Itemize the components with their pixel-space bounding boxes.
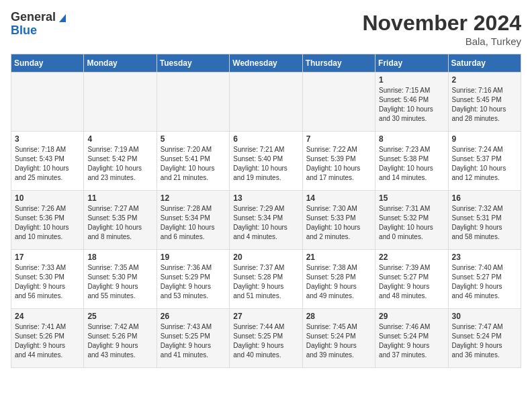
day-info: Sunrise: 7:42 AM Sunset: 5:26 PM Dayligh… — [87, 322, 152, 360]
day-info: Sunrise: 7:26 AM Sunset: 5:36 PM Dayligh… — [15, 204, 80, 242]
day-info: Sunrise: 7:39 AM Sunset: 5:27 PM Dayligh… — [379, 263, 444, 301]
day-number: 15 — [379, 193, 444, 203]
day-number: 1 — [379, 75, 444, 85]
day-number: 18 — [87, 253, 152, 262]
calendar-cell: 30Sunrise: 7:47 AM Sunset: 5:24 PM Dayli… — [448, 309, 521, 368]
day-number: 24 — [15, 312, 80, 321]
day-number: 20 — [233, 253, 298, 262]
day-info: Sunrise: 7:38 AM Sunset: 5:28 PM Dayligh… — [306, 263, 371, 301]
calendar-header: SundayMondayTuesdayWednesdayThursdayFrid… — [11, 54, 521, 73]
day-info: Sunrise: 7:22 AM Sunset: 5:39 PM Dayligh… — [306, 145, 371, 183]
day-number: 19 — [161, 253, 226, 262]
calendar-cell: 25Sunrise: 7:42 AM Sunset: 5:26 PM Dayli… — [84, 309, 157, 368]
day-info: Sunrise: 7:40 AM Sunset: 5:27 PM Dayligh… — [452, 263, 517, 301]
day-info: Sunrise: 7:45 AM Sunset: 5:24 PM Dayligh… — [306, 322, 371, 360]
calendar-cell — [11, 73, 84, 132]
day-info: Sunrise: 7:43 AM Sunset: 5:25 PM Dayligh… — [161, 322, 226, 360]
day-info: Sunrise: 7:47 AM Sunset: 5:24 PM Dayligh… — [452, 322, 517, 360]
day-info: Sunrise: 7:36 AM Sunset: 5:29 PM Dayligh… — [161, 263, 226, 301]
day-number: 11 — [87, 193, 152, 203]
day-number: 4 — [87, 134, 152, 144]
calendar-cell: 19Sunrise: 7:36 AM Sunset: 5:29 PM Dayli… — [157, 250, 229, 309]
day-number: 14 — [306, 193, 371, 203]
day-info: Sunrise: 7:44 AM Sunset: 5:25 PM Dayligh… — [233, 322, 298, 360]
logo-general-text: General — [11, 11, 56, 24]
day-number: 16 — [452, 193, 517, 203]
week-row-2: 10Sunrise: 7:26 AM Sunset: 5:36 PM Dayli… — [11, 191, 521, 250]
month-title: November 2024 — [362, 11, 521, 36]
day-info: Sunrise: 7:27 AM Sunset: 5:35 PM Dayligh… — [87, 204, 152, 242]
day-number: 27 — [233, 312, 298, 321]
day-number: 7 — [306, 134, 371, 144]
header-day-tuesday: Tuesday — [157, 54, 229, 73]
header-day-monday: Monday — [84, 54, 157, 73]
calendar-cell: 24Sunrise: 7:41 AM Sunset: 5:26 PM Dayli… — [11, 309, 84, 368]
page-header: General Blue November 2024 Bala, Turkey — [11, 11, 521, 47]
header-day-saturday: Saturday — [448, 54, 521, 73]
calendar-cell: 20Sunrise: 7:37 AM Sunset: 5:28 PM Dayli… — [230, 250, 302, 309]
logo-triangle-icon — [56, 11, 69, 24]
day-number: 9 — [452, 134, 517, 144]
calendar-cell — [157, 73, 229, 132]
logo-blue-text: Blue — [11, 24, 37, 38]
day-number: 17 — [15, 253, 80, 262]
calendar-cell: 18Sunrise: 7:35 AM Sunset: 5:30 PM Dayli… — [84, 250, 157, 309]
calendar-cell: 1Sunrise: 7:15 AM Sunset: 5:46 PM Daylig… — [375, 73, 448, 132]
day-number: 8 — [379, 134, 444, 144]
day-info: Sunrise: 7:41 AM Sunset: 5:26 PM Dayligh… — [15, 322, 80, 360]
logo: General Blue — [11, 11, 69, 38]
week-row-3: 17Sunrise: 7:33 AM Sunset: 5:30 PM Dayli… — [11, 250, 521, 309]
calendar-cell — [302, 73, 375, 132]
week-row-1: 3Sunrise: 7:18 AM Sunset: 5:43 PM Daylig… — [11, 132, 521, 191]
calendar-cell: 11Sunrise: 7:27 AM Sunset: 5:35 PM Dayli… — [84, 191, 157, 250]
week-row-4: 24Sunrise: 7:41 AM Sunset: 5:26 PM Dayli… — [11, 309, 521, 368]
calendar-cell: 17Sunrise: 7:33 AM Sunset: 5:30 PM Dayli… — [11, 250, 84, 309]
day-number: 3 — [15, 134, 80, 144]
day-number: 23 — [452, 253, 517, 262]
day-number: 13 — [233, 193, 298, 203]
day-info: Sunrise: 7:28 AM Sunset: 5:34 PM Dayligh… — [161, 204, 226, 242]
day-info: Sunrise: 7:21 AM Sunset: 5:40 PM Dayligh… — [233, 145, 298, 183]
svg-marker-0 — [59, 14, 66, 22]
day-number: 25 — [87, 312, 152, 321]
calendar-cell: 28Sunrise: 7:45 AM Sunset: 5:24 PM Dayli… — [302, 309, 375, 368]
day-info: Sunrise: 7:33 AM Sunset: 5:30 PM Dayligh… — [15, 263, 80, 301]
calendar-cell — [84, 73, 157, 132]
calendar-table: SundayMondayTuesdayWednesdayThursdayFrid… — [11, 54, 521, 368]
header-row: SundayMondayTuesdayWednesdayThursdayFrid… — [11, 54, 521, 73]
day-number: 6 — [233, 134, 298, 144]
day-info: Sunrise: 7:32 AM Sunset: 5:31 PM Dayligh… — [452, 204, 517, 242]
day-number: 28 — [306, 312, 371, 321]
day-info: Sunrise: 7:35 AM Sunset: 5:30 PM Dayligh… — [87, 263, 152, 301]
day-info: Sunrise: 7:20 AM Sunset: 5:41 PM Dayligh… — [161, 145, 226, 183]
header-day-sunday: Sunday — [11, 54, 84, 73]
day-number: 26 — [161, 312, 226, 321]
calendar-cell: 7Sunrise: 7:22 AM Sunset: 5:39 PM Daylig… — [302, 132, 375, 191]
calendar-cell: 5Sunrise: 7:20 AM Sunset: 5:41 PM Daylig… — [157, 132, 229, 191]
calendar-cell: 22Sunrise: 7:39 AM Sunset: 5:27 PM Dayli… — [375, 250, 448, 309]
location-text: Bala, Turkey — [362, 36, 521, 47]
calendar-cell: 10Sunrise: 7:26 AM Sunset: 5:36 PM Dayli… — [11, 191, 84, 250]
day-info: Sunrise: 7:31 AM Sunset: 5:32 PM Dayligh… — [379, 204, 444, 242]
calendar-body: 1Sunrise: 7:15 AM Sunset: 5:46 PM Daylig… — [11, 73, 521, 368]
day-number: 22 — [379, 253, 444, 262]
header-day-thursday: Thursday — [302, 54, 375, 73]
calendar-cell: 27Sunrise: 7:44 AM Sunset: 5:25 PM Dayli… — [230, 309, 302, 368]
day-number: 30 — [452, 312, 517, 321]
calendar-cell: 26Sunrise: 7:43 AM Sunset: 5:25 PM Dayli… — [157, 309, 229, 368]
calendar-cell: 6Sunrise: 7:21 AM Sunset: 5:40 PM Daylig… — [230, 132, 302, 191]
calendar-cell: 21Sunrise: 7:38 AM Sunset: 5:28 PM Dayli… — [302, 250, 375, 309]
day-number: 12 — [161, 193, 226, 203]
day-number: 10 — [15, 193, 80, 203]
calendar-cell: 8Sunrise: 7:23 AM Sunset: 5:38 PM Daylig… — [375, 132, 448, 191]
day-info: Sunrise: 7:37 AM Sunset: 5:28 PM Dayligh… — [233, 263, 298, 301]
day-info: Sunrise: 7:29 AM Sunset: 5:34 PM Dayligh… — [233, 204, 298, 242]
calendar-cell: 3Sunrise: 7:18 AM Sunset: 5:43 PM Daylig… — [11, 132, 84, 191]
calendar-cell: 23Sunrise: 7:40 AM Sunset: 5:27 PM Dayli… — [448, 250, 521, 309]
calendar-cell: 4Sunrise: 7:19 AM Sunset: 5:42 PM Daylig… — [84, 132, 157, 191]
day-info: Sunrise: 7:19 AM Sunset: 5:42 PM Dayligh… — [87, 145, 152, 183]
calendar-cell: 16Sunrise: 7:32 AM Sunset: 5:31 PM Dayli… — [448, 191, 521, 250]
calendar-cell: 15Sunrise: 7:31 AM Sunset: 5:32 PM Dayli… — [375, 191, 448, 250]
day-number: 21 — [306, 253, 371, 262]
calendar-cell: 9Sunrise: 7:24 AM Sunset: 5:37 PM Daylig… — [448, 132, 521, 191]
